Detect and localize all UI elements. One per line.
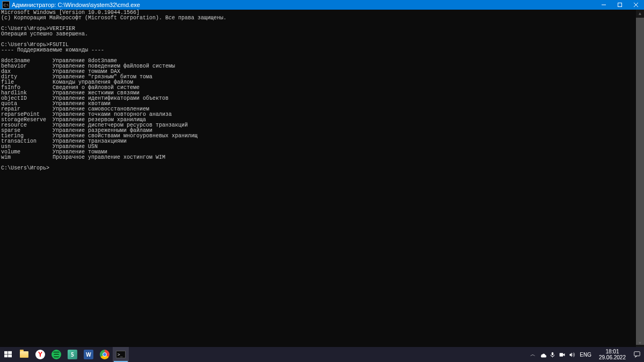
yandex-icon: Y bbox=[35, 350, 45, 359]
terminal-line: ---- Поддерживаемые команды ---- bbox=[1, 48, 643, 53]
maximize-button[interactable] bbox=[612, 0, 628, 10]
window-controls bbox=[596, 0, 644, 10]
scrollbar[interactable]: ▲ ▼ bbox=[636, 10, 644, 347]
svg-rect-6 bbox=[4, 354, 8, 357]
svg-rect-4 bbox=[4, 351, 8, 354]
terminal-line: C:\Users\Игорь> bbox=[1, 166, 643, 171]
tray-overflow-button[interactable]: ︿ bbox=[528, 347, 538, 362]
terminal-line bbox=[1, 37, 643, 42]
svg-rect-9 bbox=[559, 353, 563, 357]
cmd-icon: >_ bbox=[116, 350, 126, 359]
close-button[interactable] bbox=[628, 0, 644, 10]
scroll-up-arrow[interactable]: ▲ bbox=[636, 10, 644, 18]
terminal-area[interactable]: Microsoft Windows [Version 10.0.19044.15… bbox=[0, 10, 644, 347]
chrome-button[interactable] bbox=[97, 347, 113, 362]
terminal-line bbox=[1, 21, 643, 26]
scroll-down-arrow[interactable]: ▼ bbox=[636, 339, 644, 347]
chevron-up-icon: ︿ bbox=[530, 351, 536, 358]
language-indicator[interactable]: ENG bbox=[576, 352, 595, 358]
taskbar-right: ︿ ENG 18:01 29.06.2022 bbox=[528, 347, 644, 362]
taskbar-left: Y 5 W >_ bbox=[0, 347, 129, 362]
onedrive-tray-icon[interactable] bbox=[538, 347, 547, 362]
word-button[interactable]: W bbox=[80, 347, 97, 362]
action-center-button[interactable] bbox=[630, 351, 644, 358]
titlebar[interactable]: C:\ Администратор: C:\Windows\system32\c… bbox=[0, 0, 644, 10]
cmd-titlebar-icon: C:\ bbox=[2, 1, 10, 9]
chrome-icon bbox=[100, 350, 109, 359]
terminal-line: C:\Users\Игорь>VERIFIER bbox=[1, 26, 643, 32]
titlebar-path: C:\Windows\system32\cmd.exe bbox=[57, 2, 140, 8]
microphone-tray-icon[interactable] bbox=[547, 347, 557, 362]
scrollbar-thumb[interactable] bbox=[636, 18, 644, 345]
meet-now-tray-icon[interactable] bbox=[557, 347, 567, 362]
app-teal-icon: 5 bbox=[68, 350, 77, 359]
file-explorer-button[interactable] bbox=[16, 347, 32, 362]
terminal-line: Операция успешно завершена. bbox=[1, 32, 643, 37]
folder-icon bbox=[19, 350, 29, 359]
svg-rect-5 bbox=[8, 351, 12, 354]
clock[interactable]: 18:01 29.06.2022 bbox=[595, 349, 630, 360]
clock-date: 29.06.2022 bbox=[599, 354, 626, 360]
spotify-icon bbox=[52, 350, 61, 359]
svg-rect-7 bbox=[8, 354, 12, 357]
start-button[interactable] bbox=[0, 347, 16, 362]
app-teal-button[interactable]: 5 bbox=[64, 347, 80, 362]
cmd-taskbar-button[interactable]: >_ bbox=[113, 347, 129, 362]
terminal-line bbox=[1, 160, 643, 166]
svg-rect-8 bbox=[552, 352, 553, 355]
cmd-window: C:\ Администратор: C:\Windows\system32\c… bbox=[0, 0, 644, 347]
minimize-button[interactable] bbox=[596, 0, 612, 10]
svg-rect-1 bbox=[618, 3, 622, 7]
clock-time: 18:01 bbox=[599, 349, 626, 354]
volume-tray-icon[interactable] bbox=[567, 347, 576, 362]
spotify-button[interactable] bbox=[48, 347, 64, 362]
titlebar-label: Администратор: bbox=[12, 2, 57, 8]
yandex-browser-button[interactable]: Y bbox=[32, 347, 48, 362]
terminal-line: wim Прозрачное управление хостингом WIM bbox=[1, 155, 643, 160]
taskbar: Y 5 W >_ ︿ ENG 18:01 bbox=[0, 347, 644, 362]
terminal-line: (c) Корпорация Майкрософт (Microsoft Cor… bbox=[1, 16, 643, 21]
windows-logo-icon bbox=[3, 350, 13, 359]
svg-rect-10 bbox=[634, 352, 640, 356]
word-icon: W bbox=[84, 350, 93, 359]
titlebar-text: Администратор: C:\Windows\system32\cmd.e… bbox=[12, 2, 596, 8]
